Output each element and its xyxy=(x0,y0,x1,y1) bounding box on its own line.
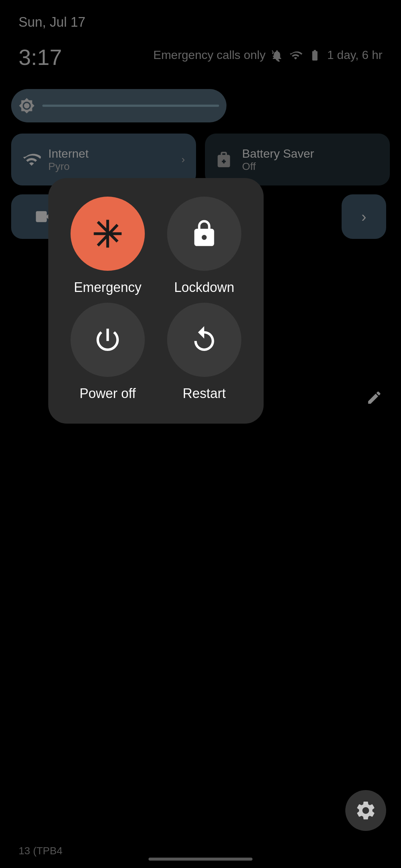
restart-label: Restart xyxy=(183,386,226,401)
lockdown-label: Lockdown xyxy=(174,280,234,295)
status-info-row: Emergency calls only 1 day, 6 hr xyxy=(153,48,382,62)
lockdown-button[interactable]: Lockdown xyxy=(167,197,241,295)
power-menu: Emergency Lockdown Power off Restart xyxy=(48,178,264,424)
battery-icon xyxy=(308,49,322,62)
internet-tile[interactable]: Internet Pyro › xyxy=(11,134,196,185)
wifi-tile-icon xyxy=(22,150,41,169)
settings-gear-button[interactable] xyxy=(345,790,386,831)
tiles-row-1: Internet Pyro › Battery Saver Off xyxy=(11,134,390,185)
status-bar: Sun, Jul 17 xyxy=(0,0,401,45)
wifi-icon xyxy=(288,49,303,62)
version-text: 13 (TPB4 xyxy=(19,845,62,857)
chevron-right-icon: › xyxy=(361,208,366,225)
pencil-icon xyxy=(366,389,382,406)
edit-icon[interactable] xyxy=(366,389,382,861)
battery-saver-title: Battery Saver xyxy=(242,147,314,161)
version-label: 13 (TPB4 xyxy=(19,845,62,857)
internet-title: Internet xyxy=(48,147,89,161)
lock-icon xyxy=(189,219,219,249)
power-off-circle[interactable] xyxy=(71,303,145,377)
power-off-label: Power off xyxy=(79,386,136,401)
battery-text: 1 day, 6 hr xyxy=(327,48,382,62)
lockdown-circle[interactable] xyxy=(167,197,241,271)
internet-arrow: › xyxy=(182,154,185,165)
brightness-icon xyxy=(19,98,35,114)
internet-subtitle: Pyro xyxy=(48,161,89,172)
battery-saver-icon xyxy=(216,150,235,169)
emergency-calls-text: Emergency calls only xyxy=(153,48,265,62)
emergency-circle[interactable] xyxy=(71,197,145,271)
status-date: Sun, Jul 17 xyxy=(19,14,85,30)
battery-saver-subtitle: Off xyxy=(242,161,314,172)
brightness-bar[interactable] xyxy=(11,89,226,122)
status-time: 3:17 xyxy=(19,45,62,70)
emergency-label: Emergency xyxy=(74,280,141,295)
emergency-asterisk-icon xyxy=(91,217,124,250)
restart-button[interactable]: Restart xyxy=(167,303,241,401)
home-indicator xyxy=(149,858,252,861)
bell-off-icon xyxy=(271,49,283,62)
settings-gear-icon xyxy=(355,799,377,822)
restart-icon xyxy=(189,325,219,355)
brightness-slider[interactable] xyxy=(42,105,219,107)
battery-saver-tile-text: Battery Saver Off xyxy=(242,147,314,172)
battery-saver-tile[interactable]: Battery Saver Off xyxy=(205,134,390,185)
emergency-button[interactable]: Emergency xyxy=(71,197,145,295)
power-off-icon xyxy=(93,325,123,355)
power-off-button[interactable]: Power off xyxy=(71,303,145,401)
internet-tile-text: Internet Pyro xyxy=(48,147,89,172)
restart-circle[interactable] xyxy=(167,303,241,377)
